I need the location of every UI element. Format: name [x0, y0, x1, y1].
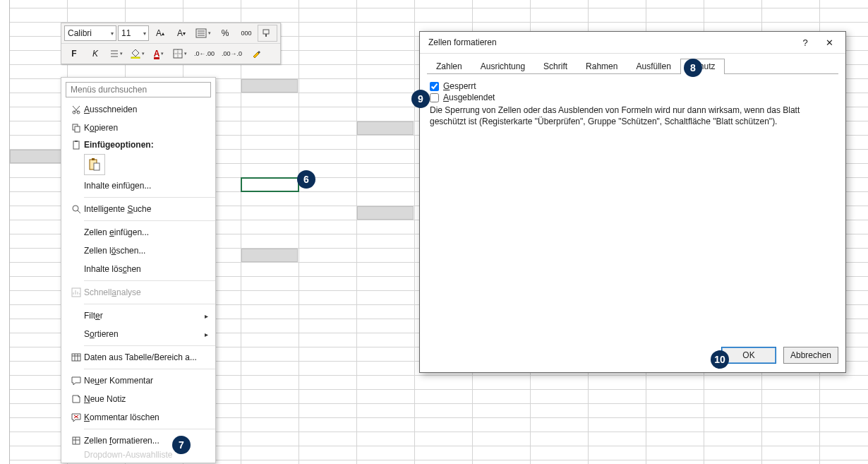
locked-checkbox-row[interactable]: Gesperrt	[430, 81, 836, 91]
menu-item-paste-special[interactable]: Inhalte einfügen...	[61, 177, 215, 195]
close-icon: ✕	[826, 37, 833, 48]
fill-color-button[interactable]: ▾	[128, 45, 147, 62]
mini-toolbar: Calibri ▾ 11 ▾ A▴ A▾ ▾ % 000 F K ▾ ▾	[61, 23, 281, 64]
svg-rect-10	[75, 141, 78, 142]
increase-decimal-button[interactable]: .0←.00	[191, 45, 217, 62]
badge-10: 10	[711, 350, 729, 369]
menu-search-input[interactable]	[66, 82, 211, 97]
svg-rect-3	[131, 57, 140, 59]
delete-comment-icon	[68, 411, 84, 424]
dialog-tabstrip: Zahlen Ausrichtung Schrift Rahmen Ausfül…	[427, 58, 838, 74]
dialog-title: Zellen formatieren	[428, 37, 793, 47]
close-button[interactable]: ✕	[817, 34, 841, 51]
tab-schrift[interactable]: Schrift	[534, 59, 577, 74]
font-name-combo[interactable]: Calibri ▾	[64, 25, 116, 41]
bold-button[interactable]: F	[64, 45, 84, 62]
protection-info-text: Die Sperrung von Zellen oder das Ausblen…	[430, 105, 836, 127]
increase-font-button[interactable]: A▴	[150, 25, 170, 42]
svg-rect-8	[75, 126, 80, 132]
cell-shaded[interactable]	[357, 206, 414, 220]
blank-icon	[68, 309, 84, 322]
hidden-checkbox-row[interactable]: Ausgeblendet	[430, 93, 836, 102]
cancel-label: Abbrechen	[790, 350, 831, 360]
menu-label: Inhalte löschen	[84, 264, 208, 274]
badge-9: 9	[411, 90, 430, 108]
chevron-down-icon: ▾	[184, 51, 187, 56]
menu-label: Ausschneiden	[84, 105, 208, 114]
menu-label: Daten aus Tabelle/Bereich a...	[84, 352, 208, 362]
format-brush-button[interactable]	[246, 45, 266, 62]
menu-divider	[84, 345, 215, 346]
cell-context-menu: Ausschneiden Kopieren Einfügeoptionen: I…	[61, 77, 216, 463]
menu-label: Einfügeoptionen:	[84, 140, 208, 150]
menu-item-sort[interactable]: Sortieren ▸	[61, 325, 215, 343]
chevron-down-icon: ▾	[161, 51, 164, 56]
menu-divider	[84, 429, 215, 429]
locked-checkbox[interactable]	[430, 82, 439, 91]
menu-divider	[84, 304, 215, 304]
clipboard-icon	[68, 138, 84, 151]
menu-divider	[84, 220, 215, 221]
cell-shaded[interactable]	[357, 121, 414, 135]
format-cells-icon	[68, 434, 84, 447]
font-color-button[interactable]: A ▾	[149, 45, 169, 62]
menu-label: Kopieren	[84, 123, 208, 133]
italic-button[interactable]: K	[85, 45, 105, 62]
badge-8: 8	[684, 59, 702, 77]
menu-label: Dropdown-Auswahlliste	[84, 450, 208, 460]
menu-item-new-comment[interactable]: Neuer Kommentar	[61, 371, 215, 390]
cell-shaded[interactable]	[241, 79, 298, 93]
row-header-column[interactable]	[0, 0, 10, 464]
font-size-value: 11	[121, 28, 131, 38]
hidden-checkbox[interactable]	[430, 93, 439, 102]
chevron-right-icon: ▸	[205, 331, 208, 338]
menu-item-delete-comment[interactable]: Kommentar löschen	[61, 408, 215, 427]
cell-shaded[interactable]	[10, 150, 66, 163]
comment-icon	[68, 374, 84, 387]
cancel-button[interactable]: Abbrechen	[783, 347, 838, 364]
menu-divider	[84, 197, 215, 198]
font-name-value: Calibri	[68, 28, 92, 38]
format-painter-button[interactable]	[258, 25, 277, 42]
menu-item-format-cells[interactable]: Zellen formatieren...	[61, 432, 215, 450]
paste-default-button[interactable]	[84, 154, 105, 175]
ok-button[interactable]: OK	[721, 347, 776, 364]
comma-style-button[interactable]: 000	[236, 25, 256, 42]
menu-divider	[84, 369, 215, 369]
menu-item-insert-cells[interactable]: Zellen einfügen...	[61, 223, 215, 242]
decrease-decimal-button[interactable]: .00→.0	[219, 45, 245, 62]
menu-item-cut[interactable]: Ausschneiden	[61, 100, 215, 119]
decrease-font-button[interactable]: A▾	[171, 25, 191, 42]
font-size-combo[interactable]: 11 ▾	[118, 25, 149, 41]
tab-ausrichtung[interactable]: Ausrichtung	[471, 59, 534, 74]
dialog-titlebar[interactable]: Zellen formatieren ? ✕	[420, 32, 845, 54]
menu-item-filter[interactable]: Filter ▸	[61, 307, 215, 325]
menu-item-clear-contents[interactable]: Inhalte löschen	[61, 260, 215, 278]
menu-label: Sortieren	[84, 329, 205, 339]
tab-ausfuellen[interactable]: Ausfüllen	[627, 59, 680, 74]
percent-style-button[interactable]: %	[215, 25, 235, 42]
cell-shaded[interactable]	[241, 249, 298, 262]
accounting-format-button[interactable]: ▾	[193, 25, 214, 42]
thousand-label: 000	[241, 30, 251, 37]
menu-item-copy[interactable]: Kopieren	[61, 119, 215, 137]
blank-icon	[68, 328, 84, 340]
menu-label: Schnellanalyse	[84, 287, 208, 297]
menu-item-smart-lookup[interactable]: Intelligente Suche	[61, 200, 215, 218]
align-button[interactable]: ▾	[107, 45, 126, 62]
tab-rahmen[interactable]: Rahmen	[577, 59, 627, 74]
tab-content-schutz: Gesperrt Ausgeblendet Die Sperrung von Z…	[427, 74, 838, 133]
svg-rect-16	[72, 354, 80, 361]
hidden-label: Ausgeblendet	[443, 93, 495, 102]
menu-label: Zellen löschen...	[84, 246, 208, 256]
borders-button[interactable]: ▾	[170, 45, 190, 62]
selected-cell[interactable]	[241, 177, 299, 192]
help-button[interactable]: ?	[793, 34, 817, 51]
menu-label: Filter	[84, 311, 205, 321]
help-icon: ?	[802, 37, 807, 48]
chevron-down-icon: ▾	[143, 30, 146, 37]
tab-zahlen[interactable]: Zahlen	[427, 59, 471, 74]
menu-item-new-note[interactable]: Neue Notiz	[61, 390, 215, 408]
menu-item-get-data-table[interactable]: Daten aus Tabelle/Bereich a...	[61, 348, 215, 367]
menu-item-delete-cells[interactable]: Zellen löschen...	[61, 242, 215, 260]
